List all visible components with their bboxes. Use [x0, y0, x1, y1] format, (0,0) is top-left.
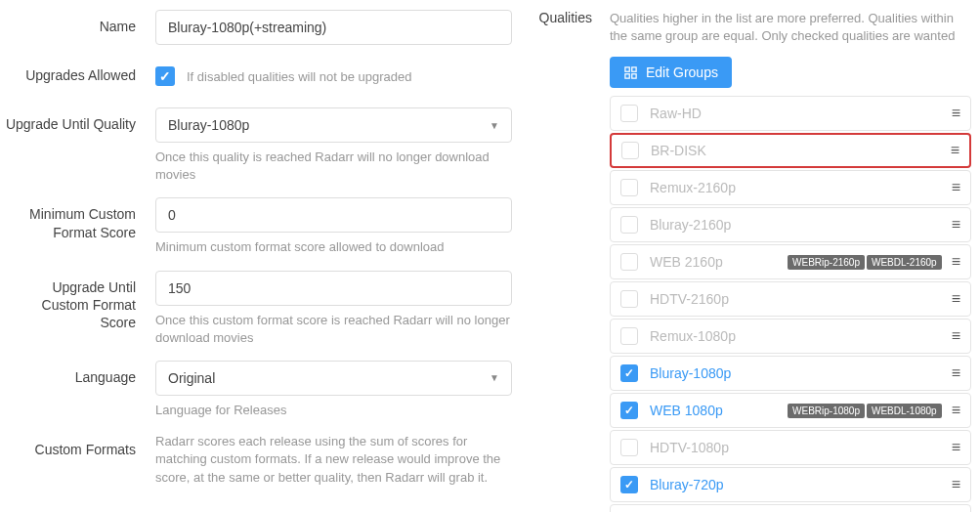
quality-item[interactable]: WEB 1080pWEBRip-1080pWEBDL-1080p≡	[610, 393, 971, 428]
min-custom-score-input[interactable]	[155, 197, 512, 233]
custom-formats-help: Radarr scores each release using the sum…	[155, 433, 512, 487]
quality-item[interactable]: Bluray-1080p≡	[610, 356, 971, 391]
upgrades-allowed-label: Upgrades Allowed	[4, 59, 155, 84]
quality-item[interactable]: Bluray-720p≡	[610, 467, 971, 502]
upgrade-until-quality-select[interactable]: Bluray-1080p ▼	[155, 107, 512, 143]
quality-label: Remux-1080p	[650, 328, 952, 344]
language-help: Language for Releases	[155, 402, 512, 419]
quality-checkbox[interactable]	[620, 253, 638, 271]
quality-tags: WEBRip-1080pWEBDL-1080p	[788, 404, 942, 418]
svg-rect-2	[625, 74, 629, 78]
quality-tag: WEBRip-2160p	[788, 255, 865, 270]
quality-checkbox[interactable]	[620, 216, 638, 234]
quality-checkbox[interactable]	[620, 402, 638, 419]
drag-handle-icon[interactable]: ≡	[952, 403, 960, 418]
quality-item[interactable]: Remux-2160p≡	[610, 170, 971, 205]
quality-label: Raw-HD	[650, 106, 952, 121]
language-value: Original	[168, 370, 215, 386]
upgrades-allowed-help: If disabled qualities will not be upgrad…	[187, 69, 412, 84]
custom-formats-label: Custom Formats	[4, 433, 155, 458]
quality-item[interactable]: WEB 720pWEBRip-720pWEBDL-720p≡	[610, 504, 971, 512]
drag-handle-icon[interactable]: ≡	[952, 106, 960, 121]
name-label: Name	[4, 10, 155, 35]
svg-rect-0	[625, 67, 629, 71]
quality-checkbox[interactable]	[620, 290, 638, 308]
quality-item[interactable]: BR-DISK≡	[610, 133, 971, 168]
quality-label: HDTV-2160p	[650, 291, 952, 307]
upgrade-until-score-input[interactable]	[155, 271, 512, 306]
upgrade-until-quality-help: Once this quality is reached Radarr will…	[155, 149, 512, 184]
quality-label: HDTV-1080p	[650, 440, 952, 455]
quality-tags: WEBRip-2160pWEBDL-2160p	[788, 255, 942, 270]
quality-tag: WEBDL-2160p	[867, 255, 942, 270]
quality-label: Bluray-720p	[650, 477, 952, 492]
drag-handle-icon[interactable]: ≡	[952, 328, 960, 344]
drag-handle-icon[interactable]: ≡	[952, 217, 960, 233]
language-label: Language	[4, 361, 155, 386]
drag-handle-icon[interactable]: ≡	[952, 440, 960, 455]
upgrades-allowed-checkbox[interactable]	[155, 66, 175, 86]
quality-label: Bluray-2160p	[650, 217, 952, 233]
quality-label: Remux-2160p	[650, 180, 952, 195]
quality-tag: WEBRip-1080p	[788, 404, 865, 418]
quality-item[interactable]: HDTV-2160p≡	[610, 281, 971, 317]
settings-form: Name Upgrades Allowed If disabled qualit…	[4, 10, 532, 512]
language-select[interactable]: Original ▼	[155, 361, 512, 396]
quality-item[interactable]: Remux-1080p≡	[610, 319, 971, 354]
quality-item[interactable]: WEB 2160pWEBRip-2160pWEBDL-2160p≡	[610, 244, 971, 279]
upgrade-until-quality-value: Bluray-1080p	[168, 117, 249, 133]
quality-checkbox[interactable]	[620, 179, 638, 196]
drag-handle-icon[interactable]: ≡	[952, 180, 960, 195]
quality-label: WEB 2160p	[650, 254, 788, 270]
upgrade-until-score-label: Upgrade Until Custom Format Score	[4, 271, 155, 332]
upgrade-until-quality-label: Upgrade Until Quality	[4, 107, 155, 133]
qualities-label: Qualities	[532, 10, 610, 25]
quality-checkbox[interactable]	[620, 476, 638, 493]
caret-down-icon: ▼	[490, 372, 499, 383]
drag-handle-icon[interactable]: ≡	[952, 477, 960, 492]
quality-checkbox[interactable]	[620, 439, 638, 456]
quality-tag: WEBDL-1080p	[867, 404, 942, 418]
quality-item[interactable]: Bluray-2160p≡	[610, 207, 971, 242]
quality-checkbox[interactable]	[621, 142, 639, 159]
qualities-list: Raw-HD≡BR-DISK≡Remux-2160p≡Bluray-2160p≡…	[610, 96, 971, 512]
quality-checkbox[interactable]	[620, 105, 638, 122]
min-custom-score-label: Minimum Custom Format Score	[4, 197, 155, 240]
upgrade-until-score-help: Once this custom format score is reached…	[155, 312, 512, 347]
quality-label: WEB 1080p	[650, 403, 788, 418]
quality-item[interactable]: Raw-HD≡	[610, 96, 971, 131]
svg-rect-3	[632, 74, 636, 78]
svg-rect-1	[632, 67, 636, 71]
edit-groups-button[interactable]: Edit Groups	[610, 57, 732, 88]
name-input[interactable]	[155, 10, 512, 45]
quality-checkbox[interactable]	[620, 327, 638, 345]
drag-handle-icon[interactable]: ≡	[951, 143, 959, 158]
caret-down-icon: ▼	[490, 120, 499, 131]
quality-item[interactable]: HDTV-1080p≡	[610, 430, 971, 465]
quality-label: Bluray-1080p	[650, 365, 952, 381]
edit-groups-label: Edit Groups	[646, 64, 718, 80]
drag-handle-icon[interactable]: ≡	[952, 254, 960, 270]
drag-handle-icon[interactable]: ≡	[952, 365, 960, 381]
min-custom-score-help: Minimum custom format score allowed to d…	[155, 238, 512, 256]
quality-label: BR-DISK	[651, 143, 951, 158]
qualities-hint: Qualities higher in the list are more pr…	[610, 10, 971, 45]
group-icon	[623, 65, 638, 80]
quality-checkbox[interactable]	[620, 364, 638, 382]
drag-handle-icon[interactable]: ≡	[952, 291, 960, 307]
